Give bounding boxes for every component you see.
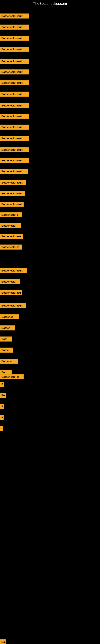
bottleneck-result-bar[interactable]: Bottleneck result (0, 202, 24, 207)
bottleneck-result-bar[interactable]: Bottleneck res (0, 374, 24, 379)
bottleneck-result-bar[interactable]: Bottleneck result (0, 303, 26, 308)
bottleneck-result-bar[interactable]: Bottleneck res (0, 244, 22, 250)
bar-row: Bottleneck resu (0, 234, 100, 239)
bottleneck-result-bar[interactable]: Bottleneck resu (0, 290, 22, 295)
bar-row: B (0, 382, 100, 387)
bar-row: Bottleneck res (0, 374, 100, 379)
bottleneck-result-bar[interactable]: Bottleneck result (0, 103, 29, 108)
bottleneck-result-bar[interactable]: Bottleneck result (0, 114, 29, 119)
bar-row: Bottleneck res (0, 244, 100, 250)
bottleneck-result-bar[interactable]: Bo (0, 639, 6, 644)
bar-row: Bottle (0, 348, 100, 352)
bottleneck-result-bar[interactable]: I (0, 426, 3, 431)
bar-row: Bottleneck result (0, 169, 100, 174)
bottleneck-result-bar[interactable]: Bottleneck result (0, 147, 29, 152)
bar-row: Bott (0, 370, 100, 375)
bottleneck-result-bar[interactable]: Bottle (0, 348, 13, 352)
bar-row: Bottleneck result (0, 147, 100, 152)
bottleneck-result-bar[interactable]: Bottleneck result (0, 24, 29, 30)
bottleneck-result-bar[interactable]: Bo (0, 393, 6, 398)
bottleneck-result-bar[interactable]: Bottler (0, 326, 15, 330)
bar-row: Bott (0, 336, 100, 342)
bottleneck-result-bar[interactable]: Bottleneck result (0, 191, 25, 196)
bottleneck-result-bar[interactable]: Bottleneck result (0, 268, 27, 273)
bottleneck-result-bar[interactable]: Bottleneck result (0, 92, 29, 96)
bottleneck-result-bar[interactable]: Bottlenec (0, 359, 18, 364)
bar-row: Bottleneck result (0, 191, 100, 196)
bottleneck-result-bar[interactable]: Bott (0, 370, 12, 375)
bottleneck-result-bar[interactable]: Bottleneck re (0, 212, 22, 217)
bar-row: B (0, 415, 100, 420)
bottleneck-result-bar[interactable]: Bottleneck result (0, 169, 28, 174)
bottleneck-result-bar[interactable]: Bottleneck result (0, 70, 29, 74)
site-title: TheBottlenecker.com (0, 0, 100, 8)
bottleneck-result-bar[interactable]: Bottleneck resu (0, 234, 23, 239)
bar-row: Bottleneck result (0, 114, 100, 119)
bar-row: Bottleneck result (0, 124, 100, 130)
bottleneck-result-bar[interactable]: Bottlenec (0, 314, 19, 320)
bar-row: Bottleneck result (0, 47, 100, 52)
bottleneck-result-bar[interactable]: Bottleneck result (0, 36, 29, 41)
bar-row: Bo (0, 639, 100, 644)
bottleneck-result-bar[interactable]: Bottleneck result (0, 136, 29, 141)
bottleneck-result-bar[interactable]: Bottleneck result (0, 124, 29, 130)
bottleneck-result-bar[interactable]: B (0, 415, 3, 420)
bar-row: Bottleneck result (0, 36, 100, 41)
bar-row: I (0, 426, 100, 431)
bar-row: Bottleneck result (0, 268, 100, 273)
bar-row: Bottleneck result (0, 136, 100, 141)
bar-row: Bottleneck result (0, 70, 100, 74)
bottleneck-result-bar[interactable]: B (0, 382, 4, 387)
bar-row: Bottler (0, 326, 100, 330)
bottleneck-result-bar[interactable]: Bottleneck result (0, 80, 29, 85)
bottleneck-result-bar[interactable]: Bottleneck r (0, 279, 20, 284)
bottleneck-result-bar[interactable]: Bottleneck result (0, 47, 29, 52)
bar-row: Bottlenec (0, 359, 100, 364)
bar-row: Bo (0, 393, 100, 398)
bar-row: Bottleneck result (0, 202, 100, 207)
bar-row: Bottleneck result (0, 303, 100, 308)
bottleneck-result-bar[interactable]: Bottleneck result (0, 158, 29, 163)
bar-row: Bottleneck result (0, 180, 100, 185)
bar-row: Bottleneck result (0, 14, 100, 18)
bar-row: Bottleneck r (0, 279, 100, 284)
bottleneck-result-bar[interactable]: Bottleneck result (0, 14, 29, 18)
bar-row: Bottleneck re (0, 212, 100, 217)
bar-row: Bottleneck result (0, 24, 100, 30)
bar-row: Bottleneck result (0, 92, 100, 96)
bar-row: Bottlenec (0, 314, 100, 320)
bar-row: Bottleneck r (0, 223, 100, 228)
bottleneck-result-bar[interactable]: Bottleneck r (0, 223, 21, 228)
bottleneck-result-bar[interactable]: Bott (0, 336, 12, 342)
bar-row: Bottleneck result (0, 103, 100, 108)
bar-row: Bottleneck result (0, 158, 100, 163)
bar-row: Bottleneck result (0, 80, 100, 85)
bar-row: B (0, 404, 100, 409)
bottleneck-result-bar[interactable]: Bottleneck result (0, 180, 26, 185)
bar-row: Bottleneck resu (0, 290, 100, 295)
bar-row: Bottleneck result (0, 59, 100, 64)
bottleneck-result-bar[interactable]: Bottleneck result (0, 59, 29, 64)
bottleneck-result-bar[interactable]: B (0, 404, 4, 409)
